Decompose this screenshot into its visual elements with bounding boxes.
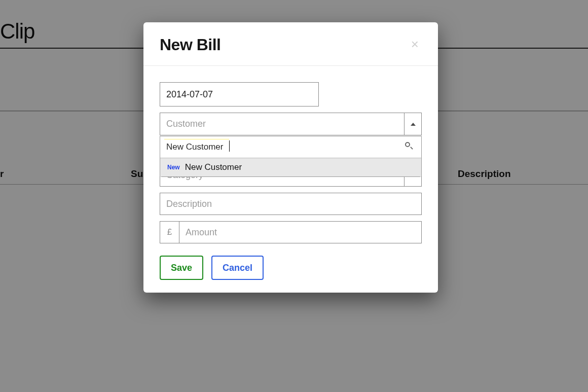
new-bill-modal: New Bill × 2014-07-07 Customer — [143, 22, 438, 293]
text-cursor — [229, 140, 230, 152]
dropdown-option-new-customer[interactable]: New New Customer — [160, 158, 421, 176]
currency-symbol: £ — [160, 221, 179, 243]
page-background: Clip r Supplier Description New Bill × 2… — [0, 0, 588, 392]
dropdown-search-input[interactable] — [164, 139, 417, 155]
dropdown-option-label: New Customer — [185, 162, 242, 172]
date-field[interactable]: 2014-07-07 — [160, 82, 319, 106]
button-row: Save Cancel — [160, 256, 422, 280]
modal-title: New Bill — [160, 35, 220, 54]
cancel-button-label: Cancel — [223, 263, 252, 273]
amount-field[interactable]: Amount — [179, 221, 422, 243]
customer-combo-wrap: Customer — [160, 113, 422, 135]
description-field[interactable]: Description — [160, 193, 422, 215]
cancel-button[interactable]: Cancel — [211, 256, 264, 280]
customer-placeholder: Customer — [160, 113, 404, 135]
save-button[interactable]: Save — [160, 256, 203, 280]
dropdown-search-row — [160, 136, 421, 158]
new-badge: New — [167, 164, 180, 171]
caret-up-icon — [411, 123, 416, 126]
customer-dropdown: New New Customer — [160, 136, 422, 177]
search-icon — [405, 142, 412, 149]
description-placeholder: Description — [166, 199, 212, 209]
date-value: 2014-07-07 — [166, 89, 213, 100]
amount-placeholder: Amount — [186, 227, 217, 238]
modal-header: New Bill × — [143, 22, 438, 66]
close-icon: × — [411, 37, 419, 52]
customer-combo[interactable]: Customer — [160, 113, 422, 135]
close-button[interactable]: × — [408, 35, 422, 53]
dropdown-list: New New Customer — [160, 158, 421, 176]
customer-combo-toggle[interactable] — [404, 113, 421, 135]
modal-body: 2014-07-07 Customer — [143, 66, 438, 296]
save-button-label: Save — [171, 263, 192, 273]
amount-row: £ Amount — [160, 221, 422, 243]
